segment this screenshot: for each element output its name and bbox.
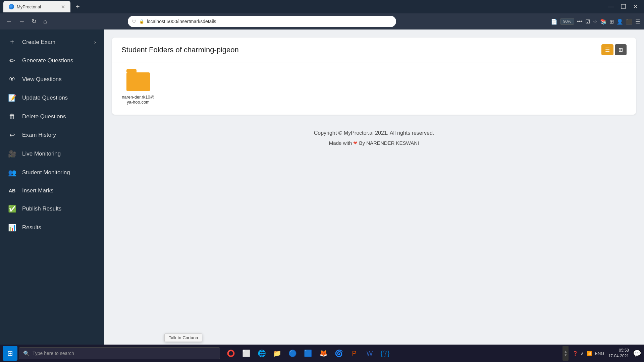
list-view-button[interactable]: ☰: [601, 44, 613, 55]
close-button[interactable]: ✕: [630, 3, 641, 10]
update-questions-icon: 📝: [8, 94, 16, 102]
lang-indicator[interactable]: ENG: [595, 351, 604, 356]
sidebar-label-student-monitoring: Student Monitoring: [22, 169, 70, 176]
more-options-icon[interactable]: •••: [577, 18, 583, 24]
browser-tab[interactable]: MyProctor.ai ✕: [3, 1, 70, 12]
sidebar-toggle[interactable]: ⊞: [609, 18, 614, 25]
nav-bar: ← → ↻ ⌂ 🛡 🔒 localhost:5000/insertmarksde…: [0, 13, 644, 29]
forward-button[interactable]: →: [17, 17, 27, 26]
cortana-app[interactable]: ⭕: [224, 347, 237, 360]
word-app[interactable]: W: [363, 347, 376, 360]
sidebar-item-insert-marks[interactable]: AB Insert Marks: [0, 182, 104, 199]
delete-questions-icon: 🗑: [8, 113, 16, 120]
pocket-icon[interactable]: ☑: [585, 18, 590, 25]
powerpoint-app[interactable]: P: [347, 347, 361, 360]
search-placeholder: Type here to search: [33, 351, 74, 356]
wifi-icon[interactable]: 📶: [587, 351, 592, 356]
sidebar-item-create-exam[interactable]: + Create Exam ›: [0, 33, 104, 51]
maximize-button[interactable]: ❐: [618, 3, 629, 10]
exam-history-icon: ↩: [8, 131, 16, 139]
panel-header: Student Folders of charming-pigeon ☰ ⊞: [112, 38, 636, 62]
view-toggles: ☰ ⊞: [601, 44, 627, 55]
back-button[interactable]: ←: [4, 17, 14, 26]
title-bar: MyProctor.ai ✕ + — ❐ ✕: [0, 0, 644, 13]
blue-app[interactable]: 🟦: [301, 347, 315, 360]
copyright-text: Copyright © MyProctor.ai 2021. All right…: [119, 130, 629, 136]
notification-button[interactable]: 💬: [633, 349, 641, 357]
content-area: Student Folders of charming-pigeon ☰ ⊞ n…: [104, 29, 644, 362]
lock-icon: 🔒: [139, 19, 144, 24]
folder-name: naren-der.rk10@ya-hoo.com: [121, 95, 155, 105]
chevron-up-icon[interactable]: ∧: [581, 351, 584, 356]
insert-marks-icon: AB: [8, 188, 16, 193]
generate-questions-icon: ✏: [8, 57, 16, 65]
search-icon: 🔍: [23, 350, 30, 357]
sidebar-label-delete-questions: Delete Questions: [22, 113, 66, 120]
sidebar-label-view-questions: View Questions: [22, 76, 62, 83]
help-icon[interactable]: ❓: [573, 351, 578, 356]
sidebar-item-results[interactable]: 📊 Results: [0, 218, 104, 237]
footer: Copyright © MyProctor.ai 2021. All right…: [112, 120, 636, 149]
student-monitoring-icon: 👥: [8, 169, 16, 177]
sidebar-label-create-exam: Create Exam: [22, 39, 55, 46]
sidebar-item-publish-results[interactable]: ✅ Publish Results: [0, 199, 104, 218]
file-manager-app[interactable]: 📁: [270, 347, 284, 360]
sidebar-item-delete-questions[interactable]: 🗑 Delete Questions: [0, 107, 104, 126]
edge-app[interactable]: 🌀: [332, 347, 345, 360]
sidebar-label-generate-questions: Generate Questions: [22, 57, 73, 64]
zoom-level[interactable]: 90%: [560, 18, 574, 25]
sidebar-label-results: Results: [22, 224, 41, 231]
publish-results-icon: ✅: [8, 205, 16, 213]
heart-icon: ❤: [353, 140, 359, 146]
task-view-app[interactable]: ⬜: [239, 347, 253, 360]
minimize-button[interactable]: —: [605, 3, 617, 10]
sidebar: + Create Exam › ✏ Generate Questions 👁 V…: [0, 29, 104, 362]
library-icon[interactable]: 📚: [600, 18, 607, 25]
bookmark-icon[interactable]: ☆: [593, 18, 597, 25]
menu-icon[interactable]: ☰: [635, 18, 640, 25]
home-button[interactable]: ⌂: [41, 17, 49, 26]
shield-icon: 🛡: [132, 19, 137, 24]
sidebar-item-exam-history[interactable]: ↩ Exam History: [0, 126, 104, 144]
folder-icon: [126, 72, 150, 91]
reload-button[interactable]: ↻: [30, 16, 39, 26]
url-display: localhost:5000/insertmarksdetails: [147, 19, 392, 24]
globe-app[interactable]: 🌐: [255, 347, 268, 360]
made-with-text: Made with ❤ By NARENDER KESWANI: [119, 140, 629, 146]
start-button[interactable]: ⊞: [3, 346, 17, 361]
taskbar: ⊞ 🔍 Type here to search ⭕ ⬜ 🌐 📁 🔵 🟦 🦊 🌀 …: [0, 345, 644, 362]
account-icon[interactable]: 👤: [616, 18, 623, 25]
nav-tools: 📄 90% ••• ☑ ☆ 📚 ⊞ 👤 ⬛ ☰: [551, 18, 640, 25]
panel-title: Student Folders of charming-pigeon: [121, 46, 239, 54]
tab-close-button[interactable]: ✕: [61, 4, 65, 9]
clock-date: 17-04-2021: [608, 353, 629, 359]
firefox-app[interactable]: 🦊: [317, 347, 330, 360]
extensions-icon[interactable]: ⬛: [626, 18, 633, 25]
panel-body: naren-der.rk10@ya-hoo.com: [112, 62, 636, 115]
address-bar[interactable]: 🛡 🔒 localhost:5000/insertmarksdetails: [128, 16, 396, 27]
systray: ❓ ∧ 📶 ENG: [573, 351, 604, 356]
taskbar-search[interactable]: 🔍 Type here to search: [19, 347, 220, 359]
sidebar-item-update-questions[interactable]: 📝 Update Questions: [0, 88, 104, 107]
system-clock[interactable]: 05:58 17-04-2021: [608, 348, 629, 359]
sidebar-label-exam-history: Exam History: [22, 132, 56, 138]
taskbar-apps: ⭕ ⬜ 🌐 📁 🔵 🟦 🦊 🌀 P W {'}'}: [224, 347, 392, 360]
tab-title: MyProctor.ai: [17, 4, 58, 9]
scroll-indicator: ▲ ▼: [562, 346, 569, 361]
folder-item[interactable]: naren-der.rk10@ya-hoo.com: [121, 72, 155, 105]
sidebar-item-student-monitoring[interactable]: 👥 Student Monitoring: [0, 163, 104, 182]
sidebar-item-live-monitoring[interactable]: 🎥 Live Monitoring: [0, 144, 104, 163]
new-tab-button[interactable]: +: [73, 3, 83, 11]
grid-view-button[interactable]: ⊞: [615, 44, 627, 55]
taskbar-right: ▲ ▼ ❓ ∧ 📶 ENG 05:58 17-04-2021 💬: [561, 346, 641, 361]
sidebar-label-publish-results: Publish Results: [22, 205, 61, 212]
student-folders-panel: Student Folders of charming-pigeon ☰ ⊞ n…: [112, 38, 636, 115]
vscode-app[interactable]: {'}'}: [378, 347, 392, 360]
sidebar-item-view-questions[interactable]: 👁 View Questions: [0, 70, 104, 88]
sidebar-label-live-monitoring: Live Monitoring: [22, 150, 61, 157]
chrome-app[interactable]: 🔵: [286, 347, 299, 360]
live-monitoring-icon: 🎥: [8, 150, 16, 158]
folder-grid: naren-der.rk10@ya-hoo.com: [121, 72, 627, 105]
sidebar-item-generate-questions[interactable]: ✏ Generate Questions: [0, 51, 104, 70]
reader-icon[interactable]: 📄: [551, 18, 557, 25]
